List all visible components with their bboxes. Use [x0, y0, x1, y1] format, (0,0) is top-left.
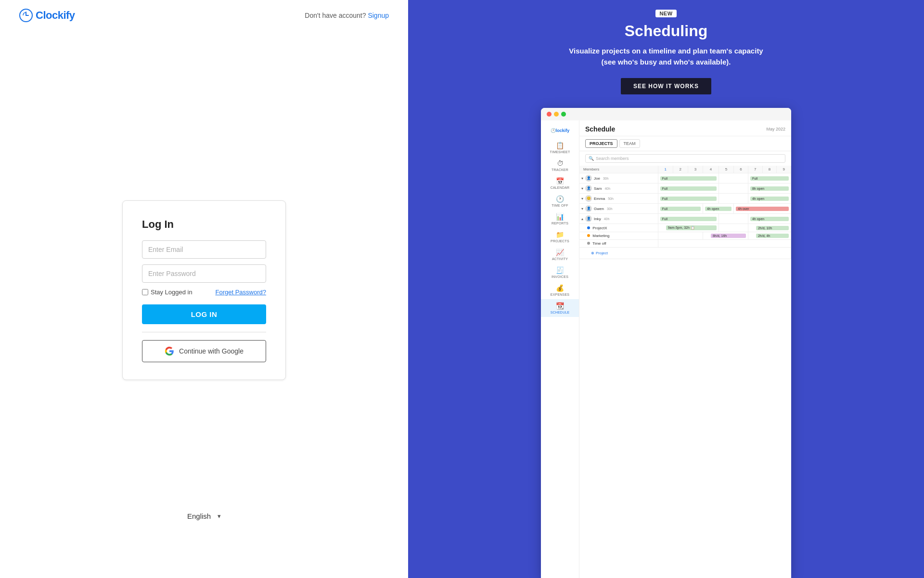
projects-label: PROJECTS: [551, 239, 569, 243]
schedule-preview: 🕐lockify 📋 TIMESHEET ⏱ TRACKER 📅 CALENDA…: [541, 108, 791, 578]
logo-icon: [19, 9, 33, 22]
inky-bar-extra: 4h open: [748, 214, 791, 224]
preview-search[interactable]: 🔍 Search members: [585, 154, 785, 163]
nav-prompt: Don't have account?: [305, 12, 366, 19]
project-cell-projectx: ProjectX: [579, 224, 658, 232]
tab-team[interactable]: TEAM: [619, 139, 640, 148]
gwen-over-bar: 4h over: [736, 207, 789, 211]
language-selector[interactable]: English French German Spanish ▾: [187, 512, 221, 520]
gwen-bar-open: 4h open: [703, 204, 733, 214]
password-input[interactable]: [142, 264, 266, 283]
joe-empty-1: [719, 173, 748, 184]
email-input[interactable]: [142, 240, 266, 259]
table-row-sam: ▾ 👤 Sam 40h Full 8h o: [579, 184, 791, 194]
member-name-sam: Sam: [594, 186, 602, 191]
see-how-button[interactable]: SEE HOW IT WORKS: [621, 78, 711, 94]
emma-bar-full: Full: [658, 194, 719, 204]
right-panel: NEW Scheduling Visualize projects on a t…: [408, 0, 924, 578]
sam-schedule-bar: Full: [660, 186, 717, 191]
sam-bar-full: Full: [658, 184, 719, 194]
sidebar-item-tracker[interactable]: ⏱ TRACKER: [541, 157, 579, 174]
preview-sidebar: 🕐lockify 📋 TIMESHEET ⏱ TRACKER 📅 CALENDA…: [541, 120, 579, 578]
header-right: Don't have account? Signup: [305, 12, 389, 19]
login-title: Log In: [142, 218, 266, 231]
projectx-extra-bar: 2h/d, 10h: [756, 226, 789, 230]
tab-projects[interactable]: PROJECTS: [585, 139, 617, 148]
signup-link[interactable]: Signup: [368, 12, 389, 19]
preview-logo-text: 🕐lockify: [551, 128, 570, 133]
sidebar-item-expenses[interactable]: 💰 EXPENSES: [541, 281, 579, 299]
preview-body: 🕐lockify 📋 TIMESHEET ⏱ TRACKER 📅 CALENDA…: [541, 120, 791, 578]
timeoff-empty: [658, 240, 791, 248]
preview-header: Schedule May 2022: [579, 120, 791, 136]
member-hours-emma: 50h: [608, 197, 614, 200]
member-hours-sam: 40h: [604, 187, 610, 190]
forgot-password-link[interactable]: Forget Password?: [216, 289, 267, 296]
timesheet-label: TIMESHEET: [550, 150, 570, 154]
avatar-emma: 😊: [585, 195, 592, 202]
emma-bar-extra: 4h open: [748, 194, 791, 204]
avatar-sam: 👤: [585, 185, 592, 192]
window-dot-green: [561, 112, 566, 117]
collapse-icon-joe[interactable]: ▾: [581, 176, 583, 181]
sidebar-item-projects[interactable]: 📁 PROJECTS: [541, 228, 579, 246]
table-row-projectx: ProjectX 9am-5pm, 32h 📋 2h/d, 10h: [579, 224, 791, 232]
marketing-schedule-bar: 8h/d, 16h: [711, 234, 746, 238]
emma-schedule-bar: Full: [660, 197, 717, 201]
col-4: 4: [703, 166, 719, 173]
collapse-icon-sam[interactable]: ▾: [581, 186, 583, 191]
joe-bar-extra: Full: [748, 173, 791, 184]
col-members: Members: [579, 166, 658, 173]
table-row-emma: ▾ 😊 Emma 50h Full 4h: [579, 194, 791, 204]
sidebar-item-timesheet[interactable]: 📋 TIMESHEET: [541, 139, 579, 157]
member-hours-joe: 30h: [603, 177, 609, 180]
sidebar-item-timeoff[interactable]: 🕐 TIME OFF: [541, 192, 579, 210]
login-button[interactable]: LOG IN: [142, 304, 266, 324]
inky-schedule-bar: Full: [660, 217, 717, 221]
sidebar-item-schedule[interactable]: 📆 SCHEDULE: [541, 299, 579, 317]
language-select[interactable]: English French German Spanish: [187, 512, 222, 520]
add-project-cell[interactable]: ⊕ Project: [579, 248, 791, 259]
sam-empty-1: [719, 184, 748, 194]
col-1: 1: [658, 166, 673, 173]
invoices-icon: 🧾: [556, 266, 564, 274]
sidebar-item-reports[interactable]: 📊 REPORTS: [541, 210, 579, 228]
projectx-bar: 9am-5pm, 32h 📋: [658, 224, 719, 232]
collapse-icon-emma[interactable]: ▾: [581, 197, 583, 201]
collapse-icon-gwen[interactable]: ▾: [581, 207, 583, 211]
add-project-button[interactable]: ⊕ Project: [587, 249, 789, 257]
table-row-gwen: ▾ 👤 Gwen 30h Full 4h open: [579, 204, 791, 214]
logo[interactable]: Clockify: [19, 9, 75, 22]
sidebar-item-invoices[interactable]: 🧾 INVOICES: [541, 263, 579, 281]
joe-schedule-bar: Full: [660, 176, 717, 181]
project-cell-marketing: Marketing: [579, 232, 658, 240]
divider: [142, 332, 266, 332]
col-3: 3: [688, 166, 703, 173]
login-card: Log In Stay Logged in Forget Password? L…: [122, 200, 286, 380]
member-name-gwen: Gwen: [594, 207, 604, 211]
table-row-add-project: ⊕ Project: [579, 248, 791, 259]
schedule-table: Members 1 2 3 4 5 6 7 8 9: [579, 166, 791, 259]
col-6: 6: [734, 166, 748, 173]
header: Clockify Don't have account? Signup: [0, 0, 408, 31]
joe-extra-bar: Full: [750, 176, 789, 181]
calendar-label: CALENDAR: [551, 186, 570, 189]
preview-schedule-title: Schedule: [585, 125, 615, 133]
col-7: 7: [748, 166, 762, 173]
reports-label: REPORTS: [552, 222, 568, 225]
projectx-name: ProjectX: [592, 226, 607, 230]
sidebar-item-activity[interactable]: 📈 ACTIVITY: [541, 246, 579, 263]
inky-empty-1: [719, 214, 748, 224]
google-signin-button[interactable]: Continue with Google: [142, 340, 266, 362]
member-cell-emma: ▾ 😊 Emma 50h: [579, 194, 658, 204]
gwen-open-bar: 4h open: [705, 207, 732, 211]
search-placeholder-text: Search members: [596, 156, 629, 161]
projectx-dot: [587, 226, 590, 229]
stay-logged-checkbox[interactable]: [142, 289, 148, 295]
sidebar-item-calendar[interactable]: 📅 CALENDAR: [541, 174, 579, 192]
collapse-icon-inky[interactable]: ▴: [581, 217, 583, 221]
login-area: Log In Stay Logged in Forget Password? L…: [0, 31, 408, 578]
logo-text: Clockify: [36, 9, 75, 22]
member-cell-inky: ▴ 👤 Inky 40h: [579, 214, 658, 224]
stay-logged-label[interactable]: Stay Logged in: [142, 289, 192, 296]
